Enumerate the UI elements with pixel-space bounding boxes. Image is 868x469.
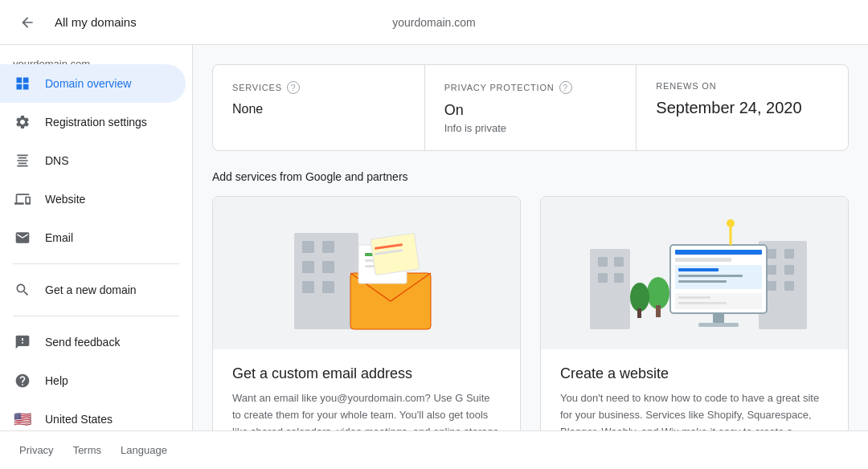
- privacy-link[interactable]: Privacy: [19, 444, 54, 456]
- sidebar-item-label: United States: [45, 413, 113, 426]
- svg-point-28: [647, 277, 669, 309]
- svg-rect-37: [678, 275, 743, 277]
- back-button[interactable]: [13, 8, 42, 37]
- services-label: Services ?: [232, 81, 405, 94]
- top-bar: All my domains yourdomain.com: [0, 0, 868, 45]
- settings-icon: [13, 112, 32, 132]
- svg-rect-38: [678, 280, 727, 283]
- svg-rect-17: [598, 257, 608, 267]
- privacy-subtext: Info is private: [444, 122, 617, 134]
- svg-rect-6: [322, 281, 334, 293]
- sidebar-item-label: Email: [45, 231, 73, 244]
- sidebar-item-label: Website: [45, 193, 85, 206]
- sidebar-item-label: Get a new domain: [45, 283, 137, 296]
- flag-icon: 🇺🇸: [13, 410, 32, 429]
- sidebar-item-help[interactable]: Help: [0, 361, 186, 400]
- svg-point-30: [630, 283, 649, 312]
- all-domains-label: All my domains: [55, 15, 137, 29]
- sidebar-nav: Domain overview Registration settings: [0, 64, 192, 430]
- sidebar-item-label: Send feedback: [45, 336, 120, 349]
- terms-link[interactable]: Terms: [73, 444, 101, 456]
- svg-rect-16: [590, 249, 630, 329]
- help-icon: [13, 371, 32, 390]
- svg-rect-22: [767, 249, 776, 259]
- renews-label: Renews On: [656, 81, 829, 91]
- feedback-icon: [13, 332, 32, 352]
- privacy-label: Privacy Protection ?: [444, 81, 617, 94]
- sidebar: yourdomain.com Domain overview Regis: [0, 45, 193, 430]
- svg-rect-24: [767, 265, 776, 275]
- svg-rect-36: [678, 268, 719, 271]
- svg-rect-23: [784, 249, 794, 259]
- main-layout: yourdomain.com Domain overview Regis: [0, 45, 868, 430]
- website-card-image: [541, 197, 848, 349]
- language-link[interactable]: Language: [121, 444, 167, 456]
- sidebar-item-registration-settings[interactable]: Registration settings: [0, 103, 186, 141]
- services-section-header: Add services from Google and partners: [212, 170, 849, 183]
- main-content: Services ? None Privacy Protection ? On …: [193, 45, 868, 430]
- svg-rect-29: [656, 305, 661, 317]
- sidebar-divider: [13, 263, 179, 264]
- svg-rect-26: [767, 281, 776, 291]
- info-card: Services ? None Privacy Protection ? On …: [212, 64, 849, 151]
- svg-rect-25: [784, 265, 794, 275]
- svg-rect-34: [675, 258, 731, 262]
- svg-rect-41: [678, 302, 727, 304]
- sidebar-item-domain-overview[interactable]: Domain overview: [0, 64, 186, 103]
- sidebar-item-website[interactable]: Website: [0, 180, 186, 218]
- email-service-card[interactable]: Get a custom email address Want an email…: [212, 196, 521, 430]
- svg-rect-3: [302, 261, 314, 273]
- add-domain-icon: [13, 280, 32, 300]
- svg-rect-19: [598, 273, 608, 283]
- svg-rect-20: [614, 273, 624, 283]
- footer: Privacy Terms Language: [0, 430, 868, 469]
- email-card-body: Get a custom email address Want an email…: [213, 349, 520, 430]
- privacy-help-icon[interactable]: ?: [559, 81, 572, 94]
- svg-rect-39: [675, 293, 762, 309]
- sidebar-item-label: Registration settings: [45, 116, 147, 128]
- svg-rect-5: [302, 281, 314, 293]
- services-value: None: [232, 102, 405, 116]
- services-section: Services ? None: [213, 65, 425, 150]
- service-cards-row: Get a custom email address Want an email…: [212, 196, 849, 430]
- website-card-desc: You don't need to know how to code to ha…: [560, 390, 829, 430]
- svg-rect-4: [322, 261, 334, 273]
- sidebar-item-united-states[interactable]: 🇺🇸 United States: [0, 400, 186, 430]
- svg-rect-2: [322, 241, 334, 253]
- sidebar-item-label: DNS: [45, 154, 69, 167]
- privacy-status: On: [444, 102, 617, 119]
- website-card-body: Create a website You don't need to know …: [541, 349, 848, 430]
- svg-rect-31: [637, 308, 641, 318]
- top-bar-domain: yourdomain.com: [392, 16, 476, 29]
- sidebar-item-email[interactable]: Email: [0, 218, 186, 257]
- svg-rect-33: [675, 250, 762, 255]
- svg-rect-42: [713, 313, 724, 323]
- svg-rect-43: [698, 323, 739, 327]
- renews-date: September 24, 2020: [656, 99, 829, 117]
- email-icon: [13, 228, 32, 247]
- sidebar-divider-2: [13, 316, 179, 316]
- sidebar-item-get-new-domain[interactable]: Get a new domain: [0, 271, 186, 309]
- email-card-title: Get a custom email address: [232, 365, 501, 382]
- sidebar-item-dns[interactable]: DNS: [0, 141, 186, 180]
- grid-icon: [13, 74, 32, 93]
- dns-icon: [13, 151, 32, 170]
- svg-rect-40: [678, 296, 710, 299]
- website-icon: [13, 190, 32, 209]
- website-service-card[interactable]: Create a website You don't need to know …: [540, 196, 849, 430]
- sidebar-item-label: Help: [45, 374, 68, 387]
- sidebar-item-send-feedback[interactable]: Send feedback: [0, 323, 186, 361]
- svg-point-45: [727, 219, 735, 227]
- sidebar-domain-label: yourdomain.com: [0, 45, 192, 64]
- email-card-desc: Want an email like you@yourdomain.com? U…: [232, 390, 501, 430]
- renews-on-section: Renews On September 24, 2020: [637, 65, 848, 150]
- svg-rect-27: [784, 281, 794, 291]
- sidebar-item-label: Domain overview: [45, 77, 131, 90]
- svg-rect-1: [302, 241, 314, 253]
- website-card-title: Create a website: [560, 365, 829, 382]
- email-card-image: [213, 197, 520, 349]
- svg-rect-18: [614, 257, 624, 267]
- privacy-protection-section: Privacy Protection ? On Info is private: [425, 65, 637, 150]
- services-help-icon[interactable]: ?: [287, 81, 300, 94]
